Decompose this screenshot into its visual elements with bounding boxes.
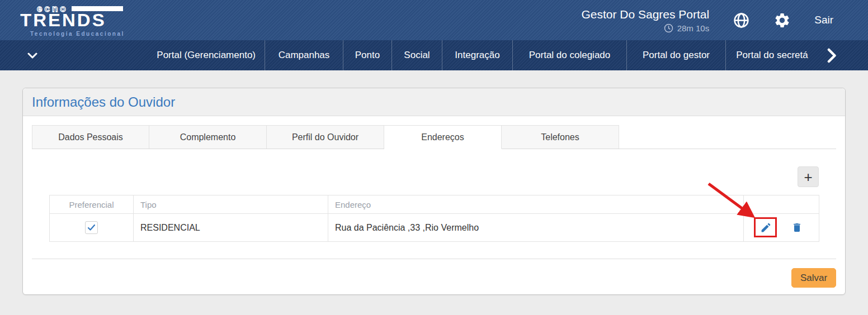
nav-item-ponto[interactable]: Ponto xyxy=(343,40,391,70)
header-right-cluster: Gestor Do Sagres Portal 28m 10s xyxy=(581,8,833,33)
session-timer: 28m 10s xyxy=(581,23,709,33)
panel-heading: Informações do Ouvidor xyxy=(23,88,845,116)
preferencial-checkbox[interactable] xyxy=(85,221,98,234)
delete-address-button[interactable] xyxy=(790,221,804,235)
column-header-tipo: Tipo xyxy=(134,195,328,214)
chevron-right-icon xyxy=(827,48,837,63)
tecnotrends-logo: ecno TRENDS Tecnologia Educacional xyxy=(20,4,125,37)
add-address-button[interactable]: + xyxy=(798,166,819,187)
nav-item-portal-gerenciamento[interactable]: Portal (Gerenciamento) xyxy=(64,40,265,70)
table-row: RESIDENCIAL Rua da Paciência ,33 ,Rio Ve… xyxy=(50,214,819,242)
tabstrip: Dados Pessoais Complemento Perfil do Ouv… xyxy=(32,125,836,149)
addresses-table: Preferencial Tipo Endereço xyxy=(49,195,819,242)
logo-tagline: Tecnologia Educacional xyxy=(30,31,125,37)
nav-item-portal-secretaria[interactable]: Portal do secretá xyxy=(725,40,818,70)
nav-scroll-right-button[interactable] xyxy=(818,40,868,70)
tab-perfil-do-ouvidor[interactable]: Perfil do Ouvidor xyxy=(267,125,384,149)
column-header-preferencial: Preferencial xyxy=(50,195,134,214)
nav-item-campanhas[interactable]: Campanhas xyxy=(265,40,343,70)
actions-cell xyxy=(744,214,819,242)
clock-icon xyxy=(664,23,673,33)
globe-icon xyxy=(733,12,750,29)
trash-icon xyxy=(791,222,803,233)
ouvidor-info-panel: Informações do Ouvidor Dados Pessoais Co… xyxy=(22,88,846,295)
tipo-cell: RESIDENCIAL xyxy=(134,214,328,242)
chevron-down-icon xyxy=(27,52,37,59)
main-navbar: Portal (Gerenciamento) Campanhas Ponto S… xyxy=(0,40,868,70)
panel-body: Dados Pessoais Complemento Perfil do Ouv… xyxy=(23,116,845,294)
edit-address-button[interactable] xyxy=(759,221,773,235)
logout-button[interactable]: Sair xyxy=(814,14,833,26)
user-name: Gestor Do Sagres Portal xyxy=(581,8,709,21)
save-button[interactable]: Salvar xyxy=(791,268,836,288)
panel-footer: Salvar xyxy=(32,259,836,288)
language-globe-button[interactable] xyxy=(733,12,750,29)
tab-content-enderecos: + Preferencial Tipo Endereço xyxy=(32,149,836,259)
pencil-icon xyxy=(760,222,772,233)
tab-enderecos[interactable]: Endereços xyxy=(384,125,502,149)
column-header-endereco: Endereço xyxy=(328,195,744,214)
top-header: ecno TRENDS Tecnologia Educacional Gesto… xyxy=(0,0,868,40)
preferencial-cell xyxy=(50,214,134,242)
table-header-row: Preferencial Tipo Endereço xyxy=(50,195,819,214)
nav-item-portal-colegiado[interactable]: Portal do colegiado xyxy=(512,40,626,70)
settings-gear-button[interactable] xyxy=(773,12,791,29)
tab-dados-pessoais[interactable]: Dados Pessoais xyxy=(32,125,149,149)
check-icon xyxy=(87,224,96,231)
page-title: Informações do Ouvidor xyxy=(32,94,175,110)
logo-name-text: TRENDS xyxy=(20,11,125,28)
nav-item-social[interactable]: Social xyxy=(391,40,442,70)
nav-menu-toggle[interactable] xyxy=(0,40,64,70)
tab-complemento[interactable]: Complemento xyxy=(149,125,267,149)
session-time-text: 28m 10s xyxy=(677,23,710,33)
nav-item-portal-gestor[interactable]: Portal do gestor xyxy=(626,40,725,70)
tab-telefones[interactable]: Telefones xyxy=(502,125,619,149)
endereco-cell: Rua da Paciência ,33 ,Rio Vermelho xyxy=(328,214,744,242)
column-header-actions xyxy=(744,195,819,214)
gear-icon xyxy=(773,12,791,29)
user-block: Gestor Do Sagres Portal 28m 10s xyxy=(581,8,709,33)
nav-item-integracao[interactable]: Integração xyxy=(442,40,512,70)
